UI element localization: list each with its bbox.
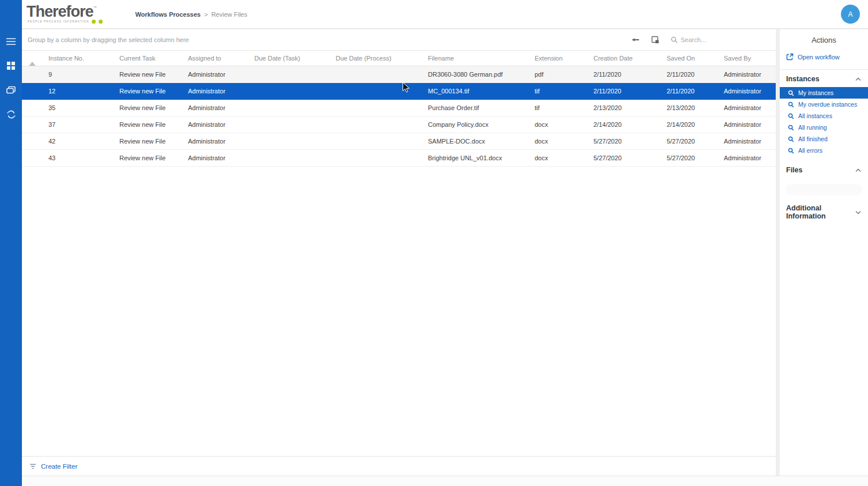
column-header[interactable]: Extension <box>531 51 590 66</box>
chevron-up-icon <box>855 168 861 172</box>
cell-assigned-to: Administrator <box>185 116 251 133</box>
logo-title: Therefore <box>27 5 93 20</box>
cell-creation-date: 2/13/2020 <box>590 99 663 116</box>
chevron-up-icon <box>855 77 861 81</box>
column-header[interactable]: Due Date (Process) <box>332 51 424 66</box>
column-header[interactable]: Saved On <box>663 51 720 66</box>
user-avatar[interactable]: A <box>841 5 860 24</box>
section-header-files[interactable]: Files <box>780 161 868 178</box>
search-icon <box>788 113 794 119</box>
actions-panel-title: Actions <box>780 29 868 44</box>
actions-panel: Actions Open workflow Instances My insta… <box>780 29 868 476</box>
table-row[interactable]: 43 Review new File Administrator Brightr… <box>22 149 776 166</box>
create-filter-button[interactable]: Create Filter <box>41 463 77 470</box>
open-in-new-icon <box>786 53 794 61</box>
search-icon <box>671 36 678 43</box>
cell-extension: docx <box>531 133 590 149</box>
column-header[interactable]: Instance No. <box>45 51 116 66</box>
column-header[interactable]: Due Date (Task) <box>251 51 332 66</box>
open-workflow-button[interactable]: Open workflow <box>780 44 868 61</box>
expand-all-header[interactable] <box>22 51 45 66</box>
section-header-additional-information[interactable]: Additional Information <box>780 199 868 224</box>
table-row[interactable]: 37 Review new File Administrator Company… <box>22 116 776 133</box>
table-row[interactable]: 9 Review new File Administrator DR3060-3… <box>22 66 776 82</box>
chevron-down-icon <box>855 210 861 214</box>
row-expand-cell <box>22 82 45 99</box>
breadcrumb-parent[interactable]: Workflows Processes <box>135 11 201 18</box>
cell-due-date-task <box>251 149 332 166</box>
cell-extension: tif <box>531 82 590 99</box>
cell-saved-by: Administrator <box>720 66 776 82</box>
files-empty-area <box>786 184 862 195</box>
action-item[interactable]: All finished <box>780 133 868 145</box>
action-item[interactable]: My instances <box>780 87 868 99</box>
cell-instance-no: 9 <box>45 66 116 82</box>
cell-assigned-to: Administrator <box>185 99 251 116</box>
menu-icon[interactable] <box>5 36 17 47</box>
column-header[interactable]: Current Task <box>116 51 185 66</box>
workflow-grid-area: Group by a column by dragging the select… <box>22 29 776 476</box>
logo-dot-icon <box>99 20 103 24</box>
grid-toolbar: Group by a column by dragging the select… <box>22 29 776 51</box>
cell-creation-date: 2/11/2020 <box>590 66 663 82</box>
cell-filename: MC_000134.tif <box>424 82 531 99</box>
table-header-row: Instance No.Current TaskAssigned toDue D… <box>22 51 776 66</box>
table-row[interactable]: 35 Review new File Administrator Purchas… <box>22 99 776 116</box>
cell-due-date-task <box>251 82 332 99</box>
filter-icon <box>29 464 36 469</box>
group-by-dropzone[interactable]: Group by a column by dragging the select… <box>28 36 189 43</box>
search-input[interactable] <box>681 36 747 43</box>
row-expand-cell <box>22 66 45 82</box>
action-item[interactable]: All instances <box>780 110 868 122</box>
cell-due-date-task <box>251 116 332 133</box>
cell-instance-no: 43 <box>45 149 116 166</box>
action-item-label: All running <box>798 124 827 131</box>
cell-creation-date: 5/27/2020 <box>590 133 663 149</box>
column-header[interactable]: Assigned to <box>185 51 251 66</box>
breadcrumb-separator: > <box>204 11 208 18</box>
pin-icon[interactable] <box>631 36 640 43</box>
triangle-icon <box>28 55 37 66</box>
cell-due-date-task <box>251 66 332 82</box>
instances-table: Instance No.Current TaskAssigned toDue D… <box>22 51 776 167</box>
action-item[interactable]: My overdue instances <box>780 99 868 110</box>
cell-current-task: Review new File <box>116 82 185 99</box>
left-nav-rail <box>0 0 22 486</box>
therefore-logo[interactable]: Therefore ™ PEOPLE PROCESS INFORMATION <box>27 5 103 24</box>
cell-saved-by: Administrator <box>720 149 776 166</box>
column-header[interactable]: Creation Date <box>590 51 663 66</box>
cell-instance-no: 12 <box>45 82 116 99</box>
breadcrumb-current[interactable]: Review Files <box>211 11 247 18</box>
cell-saved-by: Administrator <box>720 133 776 149</box>
search-icon <box>788 136 794 142</box>
logo-trademark: ™ <box>93 6 97 9</box>
cell-filename: DR3060-3080 German.pdf <box>424 66 531 82</box>
folders-icon[interactable] <box>5 84 17 96</box>
apps-grid-icon[interactable] <box>5 60 17 71</box>
column-header[interactable]: Filename <box>424 51 531 66</box>
cell-extension: pdf <box>531 66 590 82</box>
search-icon <box>788 101 794 108</box>
action-item[interactable]: All errors <box>780 145 868 156</box>
table-row[interactable]: 12 Review new File Administrator MC_0001… <box>22 82 776 99</box>
cell-due-date-process <box>332 116 424 133</box>
section-header-instances[interactable]: Instances <box>780 70 868 87</box>
search-icon <box>788 90 794 96</box>
cell-due-date-process <box>332 133 424 149</box>
sync-icon[interactable] <box>5 108 17 120</box>
create-filter-bar: Create Filter <box>22 456 776 476</box>
search-icon <box>788 148 794 154</box>
cell-instance-no: 37 <box>45 116 116 133</box>
save-layout-icon[interactable] <box>651 36 659 44</box>
column-header[interactable]: Saved By <box>720 51 776 66</box>
cell-assigned-to: Administrator <box>185 66 251 82</box>
table-row[interactable]: 42 Review new File Administrator SAMPLE-… <box>22 133 776 149</box>
action-item[interactable]: All running <box>780 122 868 133</box>
action-item-label: All errors <box>798 147 822 154</box>
bottom-strip <box>22 476 868 486</box>
cell-assigned-to: Administrator <box>185 82 251 99</box>
cell-creation-date: 2/14/2020 <box>590 116 663 133</box>
cell-current-task: Review new File <box>116 149 185 166</box>
logo-dot-icon <box>92 20 96 24</box>
cell-assigned-to: Administrator <box>185 133 251 149</box>
